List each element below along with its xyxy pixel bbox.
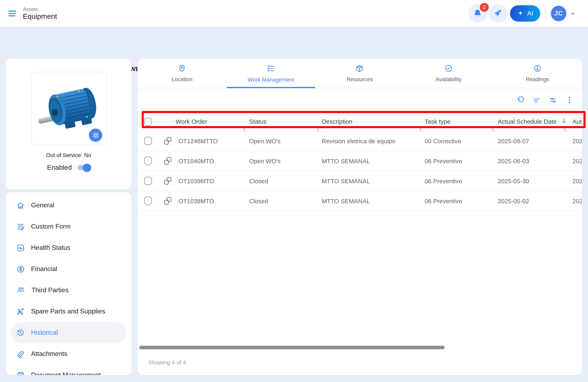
horizontal-scrollbar[interactable]	[139, 346, 445, 349]
sidebar-item-label: Document Management	[31, 371, 101, 375]
link-squares-icon[interactable]	[163, 196, 172, 205]
sidebar-item-custom-form[interactable]: Custom Form	[11, 216, 126, 237]
tab-work-management[interactable]: Work Management	[226, 59, 315, 88]
cell-select[interactable]	[144, 131, 161, 151]
column-header-status[interactable]: Status	[245, 113, 323, 130]
tab-resources[interactable]: Resources	[315, 59, 404, 88]
sidebar-item-financial[interactable]: Financial	[11, 258, 126, 280]
sub-header: MOTOR TRIFASICO { 0001092025 } WEG Save	[0, 26, 588, 59]
cell-text: OT1038MTO	[178, 197, 214, 204]
enabled-toggle[interactable]	[78, 165, 90, 170]
avatar[interactable]: JC	[551, 5, 566, 21]
cell-text: 2025-06-03	[498, 157, 529, 164]
paperclip-icon	[16, 350, 25, 358]
package-icon	[356, 64, 364, 73]
refresh-button[interactable]	[516, 96, 525, 104]
select-all-checkbox-cell[interactable]	[144, 113, 161, 130]
cell-text: 202	[572, 177, 582, 184]
chevron-down-icon[interactable]	[570, 10, 576, 16]
cell-auto: 202	[566, 131, 582, 151]
cell-actual_schedule_date: 2025-05-02	[494, 191, 570, 211]
column-header-label: Description	[322, 118, 352, 125]
column-header-label: Work Order	[176, 118, 207, 125]
dollar-circle-icon	[16, 265, 25, 273]
cell-status: Open WO's	[245, 131, 323, 151]
column-header-auto[interactable]: Auto	[566, 113, 582, 130]
header-divider	[546, 5, 546, 21]
cell-text: 06 Preventivo	[425, 157, 462, 164]
cell-actual_schedule_date: 2025-05-30	[494, 171, 570, 191]
table-row[interactable]: OT1038MTOClosedMTTO SEMANAL06 Preventivo…	[138, 191, 582, 211]
custom-form-icon	[16, 222, 25, 231]
sidebar-item-label: Spare Parts and Supplies	[31, 308, 105, 315]
history-icon	[16, 328, 25, 337]
ai-button[interactable]: AI	[510, 5, 540, 21]
tab-readings[interactable]: Readings	[493, 59, 582, 88]
table-row[interactable]: OT1039MTOClosedMTTO SEMANAL06 Preventivo…	[138, 171, 582, 191]
table-row[interactable]: OT1040MTOOpen WO'sMTTO SEMANAL06 Prevent…	[138, 151, 582, 171]
tab-label: Resources	[346, 76, 373, 82]
column-header-description[interactable]: Description	[319, 113, 424, 130]
cell-select[interactable]	[144, 151, 161, 171]
notifications-button[interactable]: 2	[468, 4, 487, 23]
cell-text: 2025-05-02	[498, 197, 529, 204]
cell-text: OT1040MTO	[178, 157, 214, 164]
filter-button[interactable]	[532, 96, 541, 104]
tab-label: Location	[172, 76, 192, 82]
sliders-button[interactable]	[549, 96, 557, 104]
sidebar-item-spare-parts-and-supplies[interactable]: Spare Parts and Supplies	[11, 301, 126, 322]
cell-work_order: OT1039MTO	[161, 171, 248, 191]
cell-select[interactable]	[144, 191, 161, 211]
tab-label: Availability	[436, 76, 462, 82]
table-row-count: Showing 4 of 4	[148, 359, 186, 366]
checklist-icon	[266, 64, 275, 73]
tab-location[interactable]: Location	[138, 59, 226, 88]
sidebar-item-third-parties[interactable]: Third Parties	[11, 280, 126, 301]
sidebar-item-label: Attachments	[31, 350, 67, 358]
link-squares-icon[interactable]	[163, 176, 172, 185]
column-header-task_type[interactable]: Task type	[422, 113, 497, 130]
whats-new-button[interactable]	[489, 4, 507, 23]
sidebar-item-label: General	[31, 201, 54, 209]
hamburger-menu-icon[interactable]	[7, 8, 17, 18]
gauge-icon	[533, 64, 542, 73]
cell-select[interactable]	[144, 171, 161, 191]
document-box-icon	[16, 371, 25, 375]
cell-work_order: OT1038MTO	[161, 191, 248, 211]
column-header-actual_schedule_date[interactable]: Actual Schedule Date	[494, 113, 570, 130]
sidebar-item-label: Historical	[31, 329, 58, 336]
change-photo-button[interactable]	[89, 129, 102, 142]
cell-auto: 202	[566, 151, 582, 171]
sidebar-item-historical[interactable]: Historical	[11, 322, 126, 343]
row-checkbox[interactable]	[144, 177, 152, 185]
cell-actual_schedule_date: 2025-06-03	[494, 151, 570, 171]
link-squares-icon[interactable]	[163, 136, 172, 145]
sidebar-item-label: Financial	[31, 265, 57, 273]
column-header-label: Status	[249, 118, 266, 125]
row-checkbox[interactable]	[144, 197, 152, 205]
work-management-panel: LocationWork ManagementResourcesAvailabi…	[138, 59, 582, 375]
cell-text: Open WO's	[249, 157, 280, 164]
sidebar-item-label: Custom Form	[31, 223, 71, 230]
cell-work_order: OT1246MTTO	[161, 131, 248, 151]
tab-label: Readings	[526, 76, 549, 82]
cell-text: MTTO SEMANAL	[322, 197, 370, 204]
table-body: OT1246MTTOOpen WO'sRevision eletrica de …	[138, 131, 582, 211]
column-header-label: Task type	[425, 118, 451, 125]
kebab-button[interactable]	[565, 96, 574, 104]
sidebar-item-attachments[interactable]: Attachments	[11, 343, 126, 364]
link-squares-icon[interactable]	[163, 156, 172, 165]
cell-actual_schedule_date: 2025-08-07	[494, 131, 570, 151]
select-all-checkbox[interactable]	[144, 117, 152, 125]
table-row[interactable]: OT1246MTTOOpen WO'sRevision eletrica de …	[138, 131, 582, 151]
sidebar-item-document-management[interactable]: Document Management	[11, 364, 126, 375]
sidebar-item-general[interactable]: General	[11, 195, 126, 216]
cell-task_type: 06 Preventivo	[422, 191, 497, 211]
people-icon	[16, 286, 25, 295]
sidebar-item-health-status[interactable]: Health Status	[11, 237, 126, 258]
row-checkbox[interactable]	[144, 137, 152, 145]
asset-sections-sidebar: GeneralCustom FormHealth StatusFinancial…	[6, 192, 131, 375]
home-icon	[16, 201, 25, 210]
row-checkbox[interactable]	[144, 157, 152, 165]
tab-availability[interactable]: Availability	[404, 59, 493, 88]
